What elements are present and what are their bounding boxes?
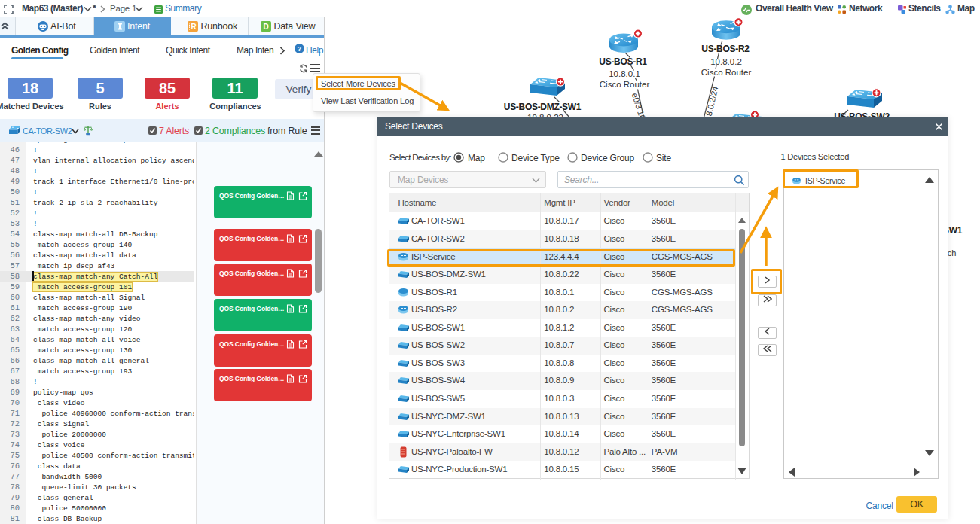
- svg-text:R: R: [191, 23, 197, 31]
- svg-text:D: D: [263, 23, 268, 31]
- svg-text:?: ?: [298, 44, 302, 53]
